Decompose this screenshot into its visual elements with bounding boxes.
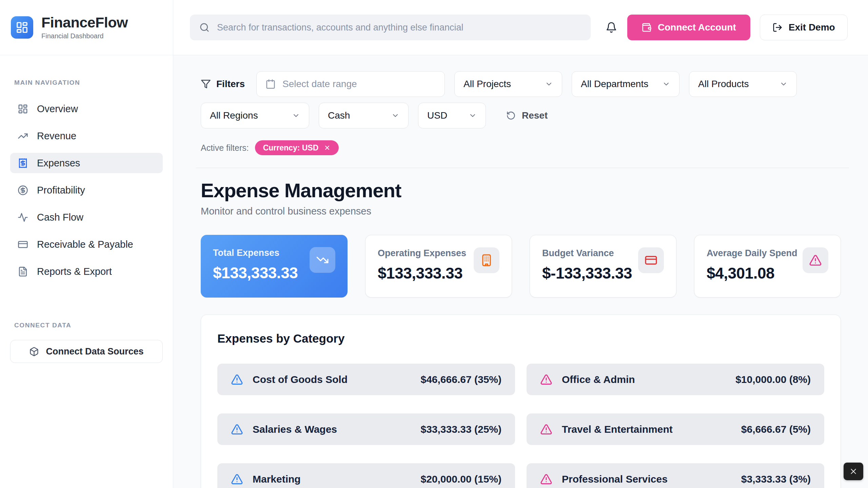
search-icon	[199, 22, 210, 33]
card-average-daily-spend[interactable]: Average Daily Spend $4,301.08	[694, 235, 841, 298]
connect-data-sources-label: Connect Data Sources	[46, 346, 143, 357]
products-select-value: All Products	[698, 79, 749, 89]
card-operating-expenses[interactable]: Operating Expenses $133,333.33	[365, 235, 512, 298]
chevron-down-icon	[292, 111, 300, 120]
alert-triangle-icon	[540, 473, 552, 485]
file-text-icon	[18, 266, 28, 277]
notifications-button[interactable]	[599, 22, 623, 33]
main-navigation: Overview Revenue Expenses Profitability …	[0, 86, 173, 282]
category-row-travel-entertainment[interactable]: Travel & Entertainment $6,666.67 (5%)	[527, 413, 824, 445]
active-filter-chip-label: Currency: USD	[263, 143, 319, 152]
category-value: $46,666.67 (35%)	[420, 374, 501, 385]
connect-account-button[interactable]: Connect Account	[627, 15, 750, 40]
connect-data-sources-button[interactable]: Connect Data Sources	[10, 340, 163, 363]
sidebar-item-receivable-payable[interactable]: Receivable & Payable	[10, 234, 163, 255]
search-input[interactable]	[217, 22, 581, 33]
active-filter-chip-currency[interactable]: Currency: USD	[255, 140, 339, 155]
floating-close-button[interactable]	[844, 463, 863, 480]
app-tagline: Financial Dashboard	[41, 32, 128, 40]
payment-method-select[interactable]: Cash	[319, 103, 409, 128]
connect-account-label: Connect Account	[658, 22, 736, 33]
alert-triangle-icon	[540, 373, 552, 386]
page-subtitle: Monitor and control business expenses	[201, 206, 841, 217]
sidebar-item-profitability[interactable]: Profitability	[10, 180, 163, 200]
active-filters-row: Active filters: Currency: USD	[201, 140, 841, 155]
category-row-marketing[interactable]: Marketing $20,000.00 (15%)	[217, 463, 515, 488]
projects-select[interactable]: All Projects	[454, 71, 562, 97]
category-label: Travel & Entertainment	[562, 424, 732, 435]
currency-select[interactable]: USD	[418, 103, 486, 128]
building-icon	[474, 247, 499, 273]
reset-filters-button[interactable]: Reset	[506, 110, 548, 121]
currency-select-value: USD	[427, 110, 447, 121]
sidebar-item-revenue[interactable]: Revenue	[10, 126, 163, 146]
chevron-down-icon	[662, 80, 670, 88]
exit-demo-button[interactable]: Exit Demo	[760, 15, 848, 40]
chevron-down-icon	[545, 80, 553, 88]
card-budget-variance[interactable]: Budget Variance $-133,333.33	[530, 235, 676, 298]
rotate-ccw-icon	[506, 111, 516, 120]
receipt-icon	[18, 158, 28, 168]
products-select[interactable]: All Products	[689, 71, 797, 97]
regions-select[interactable]: All Regions	[201, 103, 309, 128]
sidebar-item-cash-flow[interactable]: Cash Flow	[10, 207, 163, 227]
filters-row-1: Filters Select date range All Projects A…	[201, 71, 841, 97]
topbar: Connect Account Exit Demo	[173, 0, 868, 55]
chip-close-icon[interactable]	[324, 144, 331, 151]
category-label: Office & Admin	[562, 374, 726, 385]
sidebar: FinanceFlow Financial Dashboard MAIN NAV…	[0, 0, 173, 488]
filters-label: Filters	[216, 79, 245, 89]
alert-triangle-icon	[231, 423, 243, 435]
log-out-icon	[772, 22, 783, 33]
departments-select-value: All Departments	[581, 79, 648, 89]
trending-down-icon	[310, 247, 335, 273]
panel-title: Expenses by Category	[217, 332, 824, 345]
sidebar-item-label: Revenue	[37, 130, 76, 142]
date-range-placeholder: Select date range	[282, 79, 357, 89]
expenses-by-category-panel: Expenses by Category Cost of Goods Sold …	[201, 314, 841, 488]
cube-icon	[29, 347, 39, 357]
regions-select-value: All Regions	[210, 110, 258, 121]
chevron-down-icon	[391, 111, 399, 120]
sidebar-item-expenses[interactable]: Expenses	[10, 153, 163, 173]
app-logo-icon	[11, 16, 33, 39]
active-filters-label: Active filters:	[201, 143, 249, 153]
category-row-cost-of-goods-sold[interactable]: Cost of Goods Sold $46,666.67 (35%)	[217, 364, 515, 395]
chevron-down-icon	[469, 111, 477, 120]
alert-triangle-icon	[540, 423, 552, 435]
category-value: $33,333.33 (25%)	[420, 424, 501, 435]
category-label: Salaries & Wages	[253, 424, 411, 435]
dollar-circle-icon	[18, 185, 28, 196]
departments-select[interactable]: All Departments	[572, 71, 679, 97]
page-title: Expense Management	[201, 179, 841, 202]
category-row-professional-services[interactable]: Professional Services $3,333.33 (3%)	[527, 463, 824, 488]
chevron-down-icon	[780, 80, 788, 88]
app-title: FinanceFlow	[41, 15, 128, 30]
activity-icon	[18, 212, 28, 223]
category-label: Marketing	[253, 473, 411, 485]
filters-heading: Filters	[201, 79, 245, 89]
sidebar-item-reports-export[interactable]: Reports & Export	[10, 261, 163, 282]
category-label: Professional Services	[562, 473, 732, 485]
alert-triangle-icon	[231, 473, 243, 485]
category-value: $10,000.00 (8%)	[735, 374, 811, 385]
wallet-icon	[642, 22, 652, 33]
card-total-expenses[interactable]: Total Expenses $133,333.33	[201, 235, 348, 298]
app-branding: FinanceFlow Financial Dashboard	[0, 0, 173, 55]
filter-funnel-icon	[201, 79, 211, 89]
global-search[interactable]	[190, 15, 591, 40]
category-value: $6,666.67 (5%)	[741, 424, 811, 435]
sidebar-item-overview[interactable]: Overview	[10, 99, 163, 119]
category-value: $3,333.33 (3%)	[741, 473, 811, 485]
category-row-office-admin[interactable]: Office & Admin $10,000.00 (8%)	[527, 364, 824, 395]
sidebar-item-label: Overview	[37, 103, 78, 115]
section-divider	[196, 168, 849, 168]
projects-select-value: All Projects	[463, 79, 511, 89]
main-content: Filters Select date range All Projects A…	[173, 55, 868, 488]
bell-icon	[606, 22, 617, 33]
date-range-input[interactable]: Select date range	[256, 71, 445, 97]
calendar-icon	[265, 79, 276, 89]
credit-card-icon	[18, 239, 28, 250]
category-row-salaries-wages[interactable]: Salaries & Wages $33,333.33 (25%)	[217, 413, 515, 445]
sidebar-item-label: Cash Flow	[37, 212, 83, 223]
